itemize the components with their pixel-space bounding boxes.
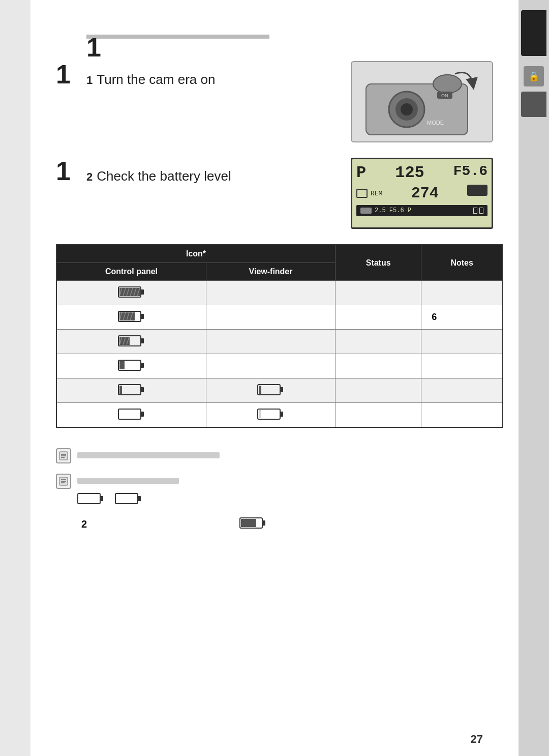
sidebar-tab-dark — [521, 92, 546, 117]
lcd-125: 125 — [395, 163, 424, 182]
svg-text:MODE: MODE — [427, 120, 444, 126]
status-cell-2 — [336, 305, 421, 330]
step-2-large-num: 1 — [56, 156, 71, 186]
battery-icon-cell — [56, 330, 206, 354]
svg-rect-49 — [138, 496, 141, 501]
note-2-bar — [77, 478, 179, 484]
step-1-large-num: 1 — [56, 60, 71, 89]
battery-icon-cell-vf — [206, 379, 336, 403]
svg-rect-10 — [119, 288, 140, 296]
status-cell-3 — [336, 330, 421, 354]
svg-rect-31 — [141, 363, 144, 368]
lcd-display: P 125 F5.6 REM 274 2.5 F5. — [351, 158, 493, 229]
svg-rect-46 — [78, 493, 100, 504]
section-bar — [86, 35, 269, 39]
note-2-label-row: 2 — [81, 516, 503, 532]
battery-icon-cell — [56, 305, 206, 330]
table-row — [56, 330, 503, 354]
notes-cell-6 — [421, 403, 503, 428]
lcd-bottom-text: 2.5 F5.6 P — [375, 207, 411, 214]
svg-text:ON: ON — [441, 93, 448, 98]
step-1-text: Turn the cam era on — [97, 70, 215, 89]
right-sidebar: 🔒 — [518, 0, 549, 756]
step-2-text-col: 2 Check the battery level — [86, 158, 341, 185]
note-2 — [56, 474, 503, 506]
note-2-batteries — [77, 491, 503, 506]
battery-table-container: Icon* Status Notes Control panel View-fi… — [56, 244, 503, 428]
note-1-icon — [56, 448, 71, 463]
status-cell-4 — [336, 354, 421, 379]
control-panel-header: Control panel — [56, 263, 206, 281]
table-row — [56, 403, 503, 428]
camera-svg: ON MODE — [356, 64, 488, 140]
vf-icon-cell-4 — [206, 354, 336, 379]
note-2-content — [77, 474, 503, 506]
status-cell-1 — [336, 281, 421, 305]
notes-header: Notes — [421, 245, 503, 281]
svg-rect-47 — [100, 496, 103, 501]
svg-point-3 — [401, 103, 413, 115]
section-1-area: 1 — [56, 35, 269, 39]
lcd-p: P — [356, 163, 366, 182]
note-1-bar — [77, 452, 220, 458]
battery-icon-cell-vf2 — [206, 403, 336, 428]
lcd-f56: F5.6 — [453, 163, 487, 182]
svg-rect-37 — [280, 387, 283, 392]
vf-icon-cell-1 — [206, 281, 336, 305]
battery-icon-cell — [56, 354, 206, 379]
sidebar-tab-black — [521, 10, 546, 56]
svg-rect-25 — [141, 338, 144, 343]
battery-icon-cell-cp — [56, 379, 206, 403]
notes-cell-4 — [421, 354, 503, 379]
vf-icon-cell-2 — [206, 305, 336, 330]
battery-icon-cell — [56, 281, 206, 305]
page: 1 1 1 Turn the cam era on — [30, 0, 518, 756]
notes-cell-2: 6 — [421, 305, 503, 330]
note-1 — [56, 448, 503, 463]
svg-rect-48 — [115, 493, 138, 504]
step-1-text-col: 1 Turn the cam era on — [86, 61, 341, 89]
step-2-row: 1 2 Check the battery level P 125 F5.6 — [56, 158, 503, 229]
svg-rect-42 — [280, 412, 283, 417]
content-area: 1 1 Turn the cam era on — [56, 51, 503, 532]
svg-rect-39 — [118, 409, 141, 419]
lcd-row2: REM 274 — [356, 185, 487, 202]
svg-rect-40 — [141, 412, 144, 417]
bottom-battery-icon — [239, 516, 270, 532]
icon-header: Icon* — [56, 245, 336, 263]
status-cell-5 — [336, 379, 421, 403]
step-1-image: ON MODE — [351, 61, 503, 142]
sidebar-lock-icon: 🔒 — [524, 66, 544, 86]
status-cell-6 — [336, 403, 421, 428]
battery-table: Icon* Status Notes Control panel View-fi… — [56, 244, 503, 428]
table-row — [56, 281, 503, 305]
step-1-number-col: 1 — [56, 61, 86, 88]
svg-rect-51 — [262, 520, 265, 526]
svg-rect-32 — [119, 361, 125, 369]
svg-rect-52 — [241, 519, 256, 527]
lcd-274: 274 — [411, 185, 439, 202]
camera-image: ON MODE — [351, 61, 493, 142]
notes-section: 2 — [56, 448, 503, 532]
step-2-number-col: 1 — [56, 158, 86, 184]
lcd-row1: P 125 F5.6 — [356, 163, 487, 182]
status-header: Status — [336, 245, 421, 281]
svg-point-4 — [433, 75, 462, 93]
notes-cell-1 — [421, 281, 503, 305]
note-1-content — [77, 448, 503, 458]
note-battery-2 — [115, 491, 142, 506]
step-2-image: P 125 F5.6 REM 274 2.5 F5. — [351, 158, 503, 229]
vf-icon-cell-3 — [206, 330, 336, 354]
svg-rect-9 — [141, 289, 144, 295]
table-row — [56, 354, 503, 379]
battery-icon-cell-cp2 — [56, 403, 206, 428]
svg-rect-38 — [259, 386, 261, 394]
svg-rect-34 — [141, 387, 144, 392]
note-battery-1 — [77, 491, 105, 506]
table-row — [56, 379, 503, 403]
notes-cell-5 — [421, 379, 503, 403]
table-row: 6 — [56, 305, 503, 330]
notes-cell-3 — [421, 330, 503, 354]
step-2-substep: 2 — [86, 169, 93, 185]
svg-rect-35 — [119, 386, 122, 394]
